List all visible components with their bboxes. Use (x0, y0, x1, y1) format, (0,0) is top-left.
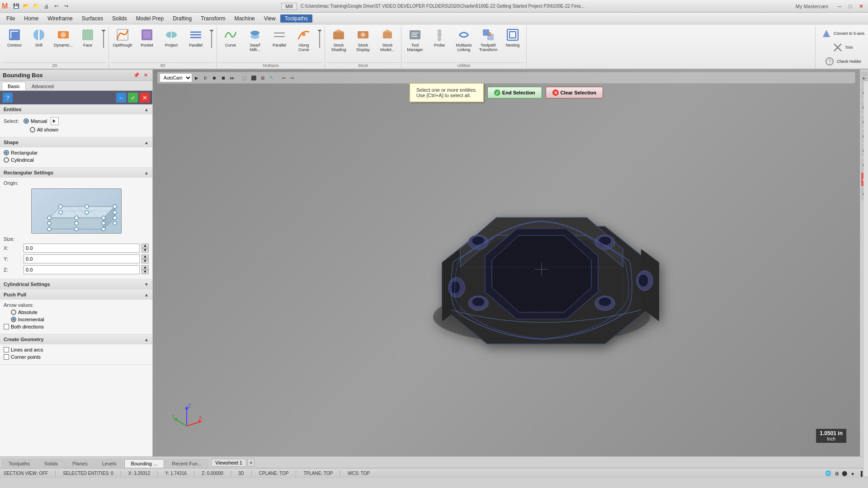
vp-btn2[interactable]: ⬛ (249, 73, 258, 82)
panel-tab-advanced[interactable]: Advanced (26, 82, 60, 90)
trim-button[interactable]: Trim (819, 41, 866, 54)
radio-rectangular[interactable]: Rectangular (4, 150, 38, 155)
radio-absolute[interactable]: Absolute (11, 310, 38, 315)
tool-manager-button[interactable]: Tool Manager (403, 26, 427, 53)
entities-section-header[interactable]: Entities ▲ (0, 104, 152, 114)
checkbox-both-directions[interactable]: Both directions (4, 324, 44, 329)
vp-btn5[interactable]: ↩ (280, 73, 288, 82)
size-x-input[interactable] (24, 244, 140, 253)
bottom-tab-toolpaths[interactable]: Toolpaths (2, 459, 37, 468)
radio-manual[interactable]: Manual (24, 118, 47, 124)
stock-shading-button[interactable]: Stock Shading (327, 26, 350, 53)
pocket-button[interactable]: Pocket (135, 26, 159, 53)
menu-wireframe[interactable]: Wireframe (43, 14, 77, 23)
viewsheet-button[interactable]: Viewsheet 1 (211, 459, 246, 467)
autocam-select[interactable]: AutoCam (160, 73, 192, 82)
menu-transform[interactable]: Transform (196, 14, 230, 23)
size-y-up[interactable]: ▲ (142, 254, 149, 259)
menu-home[interactable]: Home (19, 14, 43, 23)
status-icon-circle[interactable]: ⬤ (841, 470, 848, 477)
menu-machine[interactable]: Machine (230, 14, 259, 23)
manual-select-button[interactable] (51, 117, 59, 125)
panel-close-button[interactable]: ✕ (142, 71, 150, 79)
bottom-tab-recent[interactable]: Recent Fun... (165, 459, 208, 468)
project-button[interactable]: Project (160, 26, 183, 53)
clear-selection-button[interactable]: ✕ Clear Selection (546, 87, 603, 99)
panel-tab-basic[interactable]: Basic (2, 82, 26, 90)
qa-open[interactable]: 📂 (22, 2, 30, 10)
panel-ok-icon[interactable]: ✓ (128, 93, 138, 103)
parallel-multiaxis-button[interactable]: Parallel (268, 26, 291, 53)
swarf-button[interactable]: Swarf Milli... (243, 26, 267, 53)
radio-cylindrical[interactable]: Cylindrical (4, 157, 34, 163)
vp-btn1[interactable]: ⬚ (241, 73, 248, 82)
checkbox-corner-points[interactable]: Corner points (4, 354, 41, 360)
shape-section-header[interactable]: Shape ▲ (0, 137, 152, 147)
qa-undo[interactable]: ↩ (52, 2, 60, 10)
create-geometry-header[interactable]: Create Geometry ▲ (0, 334, 152, 344)
status-icon-dot[interactable]: ● (849, 470, 856, 477)
radio-all-shown[interactable]: All shown (30, 127, 58, 132)
qa-redo[interactable]: ↪ (62, 2, 70, 10)
nesting-button[interactable]: Nesting (501, 26, 524, 53)
optirough-button[interactable]: OptiRough (111, 26, 134, 53)
menu-view[interactable]: View (259, 14, 280, 23)
multiaxis-linking-button[interactable]: Multiaxis Linking (452, 26, 476, 53)
contour-button[interactable]: Contour (3, 26, 26, 53)
close-button[interactable]: ✕ (856, 1, 866, 11)
menu-surfaces[interactable]: Surfaces (77, 14, 108, 23)
status-icon-screen[interactable]: 🖥 (833, 470, 840, 477)
dynamic-button[interactable]: Dynamic... (52, 26, 75, 53)
bottom-tab-planes[interactable]: Planes (66, 459, 94, 468)
vp-btn4[interactable]: 🔧 (267, 73, 276, 82)
viewport[interactable]: AutoCam ▶ ⏸ ⏺ ⏹ ⏭ ⬚ ⬛ ⊞ 🔧 ↩ ↪ Select one… (153, 70, 860, 456)
qa-save[interactable]: 📁 (32, 2, 40, 10)
toolpath-transform-button[interactable]: Toolpath Transform (476, 26, 500, 53)
size-y-input[interactable] (24, 254, 140, 263)
size-x-up[interactable]: ▲ (142, 244, 149, 248)
probe-button[interactable]: Probe (428, 26, 451, 53)
viewsheet-add-button[interactable]: + (247, 459, 255, 467)
vp-btn6[interactable]: ↪ (288, 73, 296, 82)
cylindrical-settings-header[interactable]: Cylindrical Settings ▼ (0, 279, 152, 289)
stock-model-button[interactable]: Stock Model... (376, 26, 399, 53)
menu-drafting[interactable]: Drafting (168, 14, 196, 23)
bottom-tab-levels[interactable]: Levels (95, 459, 123, 468)
minimize-button[interactable]: ─ (835, 1, 844, 11)
size-z-down[interactable]: ▼ (142, 270, 149, 274)
menu-model-prep[interactable]: Model Prep (132, 14, 168, 23)
panel-help-icon[interactable]: ? (3, 93, 13, 103)
maximize-button[interactable]: □ (845, 1, 855, 11)
parallel-3d-button[interactable]: Parallel (184, 26, 208, 53)
end-selection-button[interactable]: ✓ End Selection (487, 87, 542, 99)
qa-new[interactable]: 💾 (12, 2, 20, 10)
panel-pin-button[interactable]: 📌 (132, 71, 141, 79)
ribbon-expand-3d[interactable] (208, 26, 215, 51)
rectangular-settings-header[interactable]: Rectangular Settings ▲ (0, 168, 152, 178)
radio-incremental[interactable]: Incremental (11, 317, 44, 322)
menu-solids[interactable]: Solids (108, 14, 132, 23)
face-button[interactable]: Face (76, 26, 99, 53)
size-z-up[interactable]: ▲ (142, 265, 149, 270)
ribbon-expand-2d[interactable] (100, 26, 107, 51)
vp-play[interactable]: ▶ (193, 73, 200, 82)
size-y-down[interactable]: ▼ (142, 259, 149, 263)
along-curve-button[interactable]: Along Curve (292, 26, 316, 53)
bottom-tab-solids[interactable]: Solids (38, 459, 65, 468)
size-z-input[interactable] (24, 265, 140, 274)
qa-print[interactable]: 🖨 (42, 2, 50, 10)
vp-record[interactable]: ⏺ (210, 73, 218, 82)
vp-pause[interactable]: ⏸ (201, 73, 209, 82)
vp-stop[interactable]: ⏹ (219, 73, 227, 82)
check-holder-button[interactable]: ? Check Holder (819, 55, 866, 68)
status-icon-globe[interactable]: 🌐 (825, 470, 832, 477)
curve-button[interactable]: Curve (219, 26, 242, 53)
stock-display-button[interactable]: Stock Display (351, 26, 375, 53)
vp-next[interactable]: ⏭ (228, 73, 236, 82)
checkbox-lines-arcs[interactable]: Lines and arcs (4, 347, 43, 352)
panel-cancel-icon[interactable]: ✕ (140, 93, 150, 103)
panel-back-icon[interactable]: ← (116, 93, 126, 103)
push-pull-header[interactable]: Push Pull ▲ (0, 290, 152, 300)
convert-5axis-button[interactable]: Convert to 5-axis (819, 27, 866, 40)
menu-file[interactable]: File (2, 14, 19, 23)
